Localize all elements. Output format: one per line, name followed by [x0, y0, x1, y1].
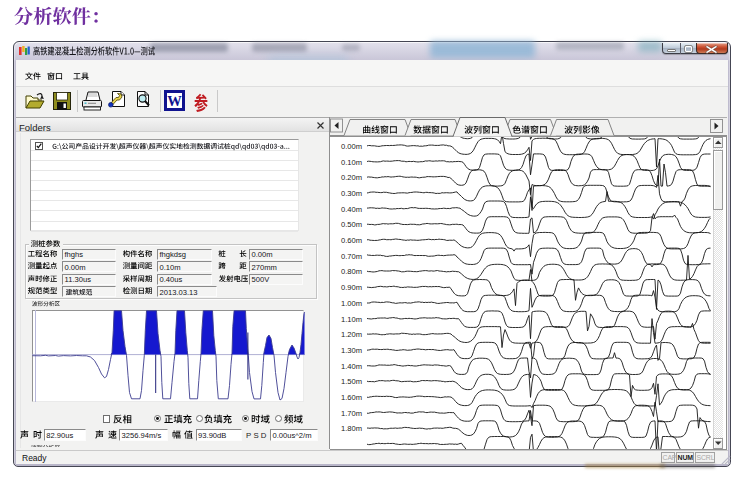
- svg-text:W: W: [167, 93, 182, 109]
